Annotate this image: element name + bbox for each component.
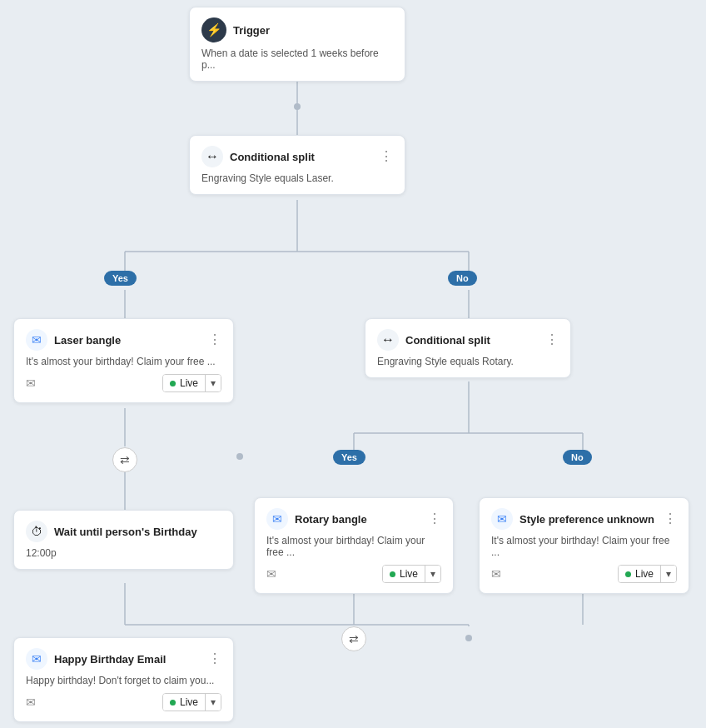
swap-circle-left[interactable]: ⇄ — [112, 447, 137, 472]
rb-live-dot — [390, 571, 395, 577]
rb-icon: ✉ — [266, 508, 288, 530]
lb-title-row: ✉ Laser bangle — [26, 329, 121, 351]
hb-title: Happy Birthday Email — [54, 653, 166, 666]
su-email-icon: ✉ — [491, 567, 501, 581]
happy-birthday-card: ✉ Happy Birthday Email ⋮ Happy birthday!… — [13, 637, 234, 722]
cs1-icon: ↔ — [201, 146, 223, 167]
wait-node-card: ⏱ Wait until person's Birthday 12:00p — [13, 510, 234, 570]
cs2-description: Engraving Style equals Rotary. — [377, 356, 559, 367]
su-header: ✉ Style preference unknown ⋮ — [491, 508, 677, 530]
rotary-bangle-card: ✉ Rotary bangle ⋮ It's almost your birth… — [254, 497, 454, 594]
hb-live-arrow[interactable]: ▾ — [205, 694, 221, 711]
trigger-card: ⚡ Trigger When a date is selected 1 week… — [189, 7, 405, 82]
wait-title: Wait until person's Birthday — [54, 526, 197, 538]
swap-circle-bottom[interactable]: ⇄ — [341, 626, 366, 651]
conditional-split-1-card: ↔ Conditional split ⋮ Engraving Style eq… — [189, 135, 405, 195]
hb-description: Happy birthday! Don't forget to claim yo… — [26, 675, 221, 686]
rb-title: Rotary bangle — [295, 513, 367, 526]
rb-live-main: Live — [383, 566, 425, 582]
wait-icon: ⏱ — [26, 521, 47, 542]
no-label-sub: No — [563, 450, 592, 465]
yes-label-left: Yes — [104, 271, 137, 286]
rb-description: It's almost your birthday! Claim your fr… — [266, 535, 441, 558]
hb-email-icon: ✉ — [26, 696, 36, 709]
laser-bangle-card: ✉ Laser bangle ⋮ It's almost your birthd… — [13, 318, 234, 403]
rb-email-icon: ✉ — [266, 567, 276, 581]
cs1-menu[interactable]: ⋮ — [380, 150, 393, 163]
rb-title-row: ✉ Rotary bangle — [266, 508, 367, 530]
hb-live-label: Live — [180, 696, 198, 708]
su-live-badge[interactable]: Live ▾ — [618, 565, 677, 583]
trigger-title: Trigger — [233, 24, 270, 37]
style-unknown-card: ✉ Style preference unknown ⋮ It's almost… — [479, 497, 689, 594]
su-live-label: Live — [635, 568, 654, 580]
cs2-icon: ↔ — [377, 329, 399, 351]
cs2-title-row: ↔ Conditional split — [377, 329, 490, 351]
no-label-right: No — [448, 271, 477, 286]
su-title-row: ✉ Style preference unknown — [491, 508, 654, 530]
svg-point-1 — [294, 103, 301, 110]
lb-title: Laser bangle — [54, 334, 121, 347]
rb-footer: ✉ Live ▾ — [266, 565, 441, 583]
lb-live-dot — [170, 381, 176, 386]
hb-header: ✉ Happy Birthday Email ⋮ — [26, 648, 221, 670]
rb-header: ✉ Rotary bangle ⋮ — [266, 508, 441, 530]
cs2-header: ↔ Conditional split ⋮ — [377, 329, 559, 351]
rb-live-badge[interactable]: Live ▾ — [382, 565, 441, 583]
wait-title-row: ⏱ Wait until person's Birthday — [26, 521, 197, 542]
lb-header: ✉ Laser bangle ⋮ — [26, 329, 221, 351]
hb-live-main: Live — [163, 694, 205, 711]
su-footer: ✉ Live ▾ — [491, 565, 677, 583]
hb-live-badge[interactable]: Live ▾ — [162, 693, 221, 711]
su-title: Style preference unknown — [520, 513, 654, 526]
lb-live-label: Live — [180, 377, 198, 389]
trigger-title-row: ⚡ Trigger — [201, 17, 270, 42]
cs1-title: Conditional split — [230, 151, 315, 163]
cs1-title-row: ↔ Conditional split — [201, 146, 315, 167]
su-description: It's almost your birthday! Claim your fr… — [491, 535, 677, 558]
su-live-dot — [625, 571, 631, 577]
lb-live-badge[interactable]: Live ▾ — [162, 374, 221, 392]
hb-live-dot — [170, 700, 176, 706]
cs1-header: ↔ Conditional split ⋮ — [201, 146, 393, 167]
su-icon: ✉ — [491, 508, 513, 530]
lb-email-icon: ✉ — [26, 376, 36, 390]
su-live-arrow[interactable]: ▾ — [660, 566, 676, 582]
trigger-header: ⚡ Trigger — [201, 17, 393, 42]
rb-live-label: Live — [400, 568, 418, 580]
svg-point-21 — [465, 635, 472, 641]
conditional-split-2-card: ↔ Conditional split ⋮ Engraving Style eq… — [365, 318, 571, 378]
lb-description: It's almost your birthday! Claim your fr… — [26, 356, 221, 367]
su-live-main: Live — [619, 566, 660, 582]
rb-menu[interactable]: ⋮ — [428, 512, 441, 526]
trigger-description: When a date is selected 1 weeks before p… — [201, 47, 393, 71]
hb-menu[interactable]: ⋮ — [208, 652, 221, 666]
lb-live-main: Live — [163, 375, 205, 391]
lb-icon: ✉ — [26, 329, 47, 351]
cs1-description: Engraving Style equals Laser. — [201, 172, 393, 184]
wait-time: 12:00p — [26, 547, 221, 559]
workflow-canvas: ⚡ Trigger When a date is selected 1 week… — [0, 0, 706, 728]
yes-label-sub: Yes — [333, 450, 365, 465]
lb-footer: ✉ Live ▾ — [26, 374, 221, 392]
rb-live-arrow[interactable]: ▾ — [425, 566, 440, 582]
su-menu[interactable]: ⋮ — [664, 512, 677, 526]
hb-title-row: ✉ Happy Birthday Email — [26, 648, 166, 670]
lb-live-arrow[interactable]: ▾ — [205, 375, 221, 391]
cs2-title: Conditional split — [405, 334, 490, 347]
svg-point-20 — [236, 453, 243, 460]
hb-icon: ✉ — [26, 648, 47, 670]
hb-footer: ✉ Live ▾ — [26, 693, 221, 711]
cs2-menu[interactable]: ⋮ — [545, 333, 559, 347]
lb-menu[interactable]: ⋮ — [208, 333, 221, 347]
wait-header: ⏱ Wait until person's Birthday — [26, 521, 221, 542]
trigger-icon: ⚡ — [201, 17, 226, 42]
